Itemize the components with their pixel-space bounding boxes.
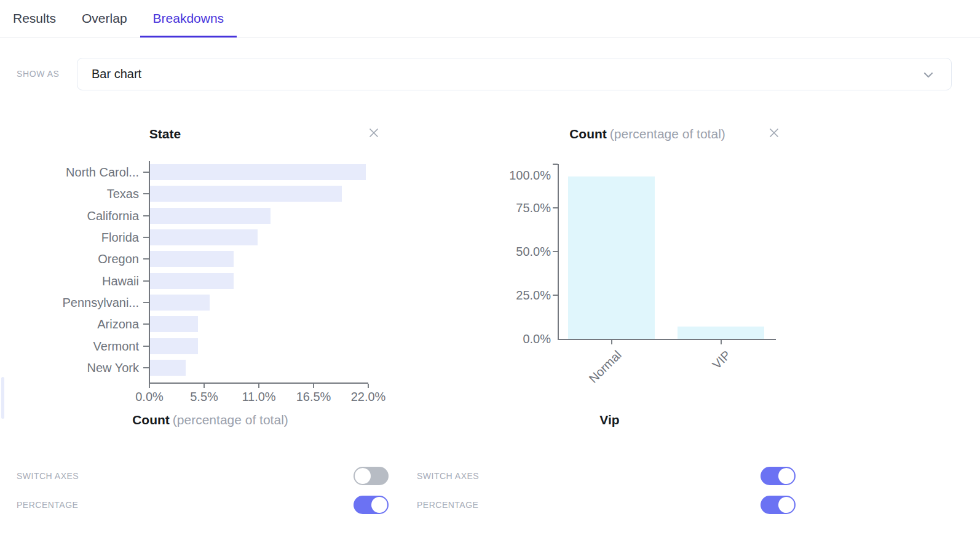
y-tick-mark	[143, 193, 149, 194]
close-chart-icon[interactable]	[366, 125, 381, 140]
chevron-down-icon	[922, 68, 935, 82]
tab-results[interactable]: Results	[0, 0, 69, 37]
y-tick-label: 75.0%	[400, 200, 551, 215]
x-tick-mark	[368, 384, 369, 388]
y-tick-label: Oregon	[0, 252, 139, 266]
bar-Hawaii[interactable]	[150, 273, 234, 289]
y-tick-label: Texas	[0, 186, 139, 201]
percentage-label: PERCENTAGE	[17, 500, 78, 510]
y-tick-label: New York	[0, 360, 139, 375]
y-tick-mark	[143, 302, 149, 303]
x-tick-label: 11.0%	[231, 389, 286, 404]
y-tick-label: Hawaii	[0, 274, 139, 288]
y-tick-mark	[553, 207, 558, 208]
y-tick-mark	[143, 258, 149, 260]
chart-title-text: Count	[569, 127, 607, 141]
vip-chart-panel: Count(percentage of total) Vip 100.0%75.…	[400, 120, 830, 452]
percentage-label: PERCENTAGE	[417, 500, 478, 510]
switch-axes-label: SWITCH AXES	[17, 471, 79, 481]
tab-breakdowns[interactable]: Breakdowns	[140, 0, 237, 37]
bar-VIP[interactable]	[678, 327, 764, 339]
y-tick-label: Vermont	[0, 339, 139, 354]
toggle-knob	[371, 497, 387, 513]
y-tick-mark	[553, 164, 558, 165]
y-tick-label: North Carol...	[0, 165, 139, 180]
x-tick-label: 22.0%	[341, 389, 396, 404]
x-axis-title: Vip	[457, 413, 765, 427]
bar-Oregon[interactable]	[150, 251, 234, 267]
y-tick-mark	[553, 251, 558, 252]
breakdowns-page: Results Overlap Breakdowns SHOW AS Bar c…	[0, 0, 980, 551]
bar-Vermont[interactable]	[150, 338, 198, 354]
tab-overlap[interactable]: Overlap	[69, 0, 140, 37]
chart-type-value: Bar chart	[92, 67, 141, 81]
switch-axes-toggle[interactable]	[354, 467, 389, 485]
show-as-label: SHOW AS	[17, 69, 60, 79]
x-tick-label: 16.5%	[286, 389, 341, 404]
x-tick-mark	[611, 340, 612, 344]
y-tick-mark	[143, 215, 149, 216]
bar-New York[interactable]	[150, 360, 186, 376]
y-tick-label: California	[0, 208, 139, 223]
x-tick-mark	[721, 340, 722, 344]
chart-type-dropdown[interactable]: Bar chart	[77, 58, 952, 90]
switch-axes-toggle[interactable]	[761, 467, 796, 485]
chart-title: State	[149, 127, 184, 141]
bar-Texas[interactable]	[150, 186, 342, 202]
y-tick-label: Florida	[0, 230, 139, 245]
close-chart-icon[interactable]	[767, 125, 781, 140]
y-tick-mark	[553, 295, 558, 296]
y-tick-label: 50.0%	[400, 244, 551, 259]
y-tick-label: Pennsylvani...	[0, 295, 139, 310]
x-tick-label: Normal	[586, 347, 625, 386]
x-axis-title-suffix: (percentage of total)	[173, 413, 288, 427]
bar-California[interactable]	[150, 208, 271, 224]
x-tick-label: 0.0%	[122, 389, 177, 404]
y-axis-line	[149, 161, 150, 383]
x-tick-label: VIP	[709, 347, 734, 372]
toggle-knob	[778, 468, 794, 484]
chart-title-text: State	[149, 127, 181, 141]
chart-title: Count(percentage of total)	[569, 127, 725, 141]
state-chart-panel: State Count(percentage of total) North C…	[0, 120, 406, 452]
bar-Pennsylvani...[interactable]	[150, 295, 210, 311]
chart-title-suffix: (percentage of total)	[610, 127, 725, 141]
y-tick-label: 100.0%	[400, 168, 551, 183]
y-tick-mark	[143, 172, 149, 173]
x-tick-mark	[313, 384, 314, 388]
x-axis-line	[558, 339, 776, 340]
x-tick-label: 5.5%	[176, 389, 232, 404]
y-tick-mark	[143, 237, 149, 238]
bar-Florida[interactable]	[150, 229, 258, 245]
bar-Arizona[interactable]	[150, 316, 198, 332]
y-tick-label: 0.0%	[400, 331, 551, 346]
x-axis-title-main: Vip	[599, 413, 619, 427]
toggle-knob	[778, 497, 794, 513]
x-tick-mark	[204, 384, 205, 388]
y-tick-mark	[143, 346, 149, 347]
toggle-knob	[355, 468, 371, 484]
x-axis-title-main: Count	[132, 413, 170, 427]
tab-bar: Results Overlap Breakdowns	[0, 0, 980, 38]
x-tick-mark	[258, 384, 259, 388]
y-tick-mark	[143, 367, 149, 368]
bar-Normal[interactable]	[568, 176, 655, 339]
x-axis-title: Count(percentage of total)	[57, 413, 364, 427]
y-axis-line	[558, 164, 559, 339]
y-tick-mark	[143, 280, 149, 282]
left-edge-scroll-indicator[interactable]	[1, 377, 4, 419]
y-tick-label: 25.0%	[400, 288, 551, 303]
x-tick-mark	[149, 384, 150, 388]
percentage-toggle[interactable]	[354, 496, 389, 514]
switch-axes-label: SWITCH AXES	[417, 471, 479, 481]
y-tick-label: Arizona	[0, 317, 139, 331]
bar-North Carol...[interactable]	[150, 164, 366, 180]
percentage-toggle[interactable]	[761, 496, 796, 514]
y-tick-mark	[143, 323, 149, 325]
